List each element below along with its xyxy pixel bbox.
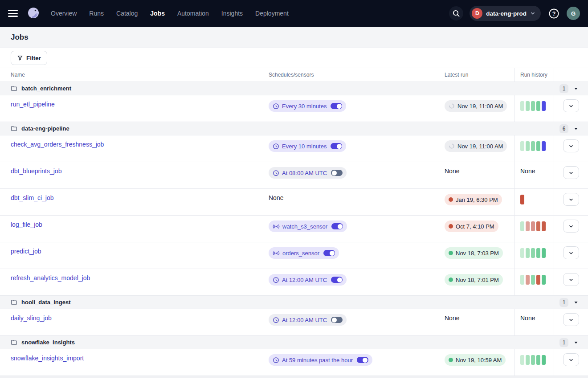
schedule-chip[interactable]: Every 30 minutes [269,100,346,112]
run-history-bar[interactable] [536,221,540,231]
filter-button[interactable]: Filter [11,51,47,65]
deployment-switcher[interactable]: D data-eng-prod [470,6,541,21]
row-expand-button[interactable] [563,313,579,326]
nav-item-automation[interactable]: Automation [177,10,209,17]
schedule-toggle[interactable] [331,103,342,109]
latest-run-time: Nov 19, 11:00 AM [457,103,503,110]
latest-run-chip[interactable]: Nov 19, 10:59 AM [445,354,506,366]
row-expand-button[interactable] [563,99,579,112]
schedule-toggle[interactable] [331,143,342,149]
schedule-toggle[interactable] [331,170,343,176]
run-history-bar[interactable] [526,275,530,285]
latest-run-chip[interactable]: Nov 18, 7:01 PM [445,274,503,286]
run-history-bar[interactable] [526,141,530,151]
run-history-bar[interactable] [526,221,530,231]
job-name-link[interactable]: check_avg_orders_freshness_job [11,141,104,148]
schedule-toggle[interactable] [323,250,335,256]
run-history-bar[interactable] [520,221,524,231]
schedule-chip[interactable]: watch_s3_sensor [269,220,347,232]
row-expand-button[interactable] [563,273,579,286]
run-history-bar[interactable] [520,275,524,285]
run-history-bar[interactable] [542,101,546,111]
run-history-bar[interactable] [542,355,546,365]
job-name-link[interactable]: snowflake_insights_import [11,355,84,362]
run-history-bar[interactable] [526,101,530,111]
latest-run-chip[interactable]: Jan 19, 6:30 PM [445,194,502,205]
schedule-chip[interactable]: At 12:00 AM UTC [269,274,347,286]
job-row: log_file_jobwatch_s3_sensorOct 7, 4:10 P… [0,216,588,242]
search-icon[interactable] [449,6,463,20]
run-history-bar[interactable] [520,195,524,204]
schedule-chip[interactable]: At 59 minutes past the hour [269,354,372,366]
schedule-toggle[interactable] [331,317,343,323]
clock-icon [273,317,279,323]
schedule-chip[interactable]: Every 10 minutes [269,140,346,152]
row-expand-button[interactable] [563,193,579,206]
user-avatar[interactable]: G [567,7,580,20]
nav-item-insights[interactable]: Insights [221,10,243,17]
nav-item-jobs[interactable]: Jobs [150,10,165,17]
job-name-link[interactable]: log_file_job [11,221,42,228]
schedule-toggle[interactable] [357,357,368,363]
run-history-bar[interactable] [531,221,535,231]
chevron-down-icon [568,170,574,176]
group-count-badge: 6 [559,124,568,133]
row-expand-button[interactable] [563,353,579,366]
row-expand-button[interactable] [563,220,579,233]
job-name-link[interactable]: run_etl_pipeline [11,101,55,108]
run-history-bar[interactable] [520,141,524,151]
latest-run-chip[interactable]: Nov 18, 7:03 PM [445,247,503,259]
latest-run-chip[interactable]: Oct 7, 4:10 PM [445,220,498,232]
latest-run-chip[interactable]: Nov 19, 11:00 AM [445,140,507,152]
row-expand-button[interactable] [563,166,579,179]
help-icon[interactable]: ? [547,7,560,20]
group-collapse-button[interactable] [574,86,578,91]
column-header-name: Name [0,68,263,82]
run-history-bar[interactable] [531,355,535,365]
run-history-bar[interactable] [542,141,546,151]
run-history-bar[interactable] [531,275,535,285]
job-name-link[interactable]: dbt_blueprints_job [11,167,61,175]
run-history-bar[interactable] [542,221,546,231]
dagster-logo-icon[interactable] [26,6,41,21]
job-name-link[interactable]: predict_job [11,248,41,255]
run-history-bar[interactable] [531,141,535,151]
run-history-bar[interactable] [542,275,546,285]
chevron-down-icon [568,103,574,109]
run-history-bar[interactable] [531,248,535,258]
run-history-bar[interactable] [520,101,524,111]
group-collapse-button[interactable] [574,127,578,131]
job-name-link[interactable]: dbt_slim_ci_job [11,194,54,201]
nav-item-deployment[interactable]: Deployment [255,10,289,17]
row-expand-button[interactable] [563,246,579,259]
run-history-bar[interactable] [536,275,540,285]
schedule-chip[interactable]: orders_sensor [269,247,339,259]
schedule-chip[interactable]: At 08:00 AM UTC [269,167,347,179]
nav-item-overview[interactable]: Overview [51,10,77,17]
nav-item-catalog[interactable]: Catalog [116,10,138,17]
job-name-link[interactable]: refresh_analytics_model_job [11,274,90,282]
run-history-bar[interactable] [520,248,524,258]
run-history-bar[interactable] [542,248,546,258]
group-collapse-button[interactable] [574,340,578,345]
folder-icon [11,339,17,346]
nav-item-runs[interactable]: Runs [89,10,104,17]
row-expand-button[interactable] [563,139,579,152]
latest-run-chip[interactable]: Nov 19, 11:00 AM [445,100,507,112]
run-history-bar[interactable] [520,355,524,365]
group-collapse-button[interactable] [574,300,578,305]
chevron-down-icon [568,250,574,256]
run-history-bar[interactable] [531,101,535,111]
menu-icon[interactable] [8,8,20,19]
latest-run-time: Jan 19, 6:30 PM [456,196,498,203]
schedule-toggle[interactable] [331,277,343,283]
schedule-chip[interactable]: At 12:00 AM UTC [269,314,347,326]
run-history-bar[interactable] [526,355,530,365]
run-history-bar[interactable] [536,101,540,111]
run-history-bar[interactable] [536,141,540,151]
schedule-toggle[interactable] [331,223,343,229]
run-history-bar[interactable] [526,248,530,258]
run-history-bar[interactable] [536,355,540,365]
run-history-bar[interactable] [536,248,540,258]
job-name-link[interactable]: daily_sling_job [11,314,52,322]
